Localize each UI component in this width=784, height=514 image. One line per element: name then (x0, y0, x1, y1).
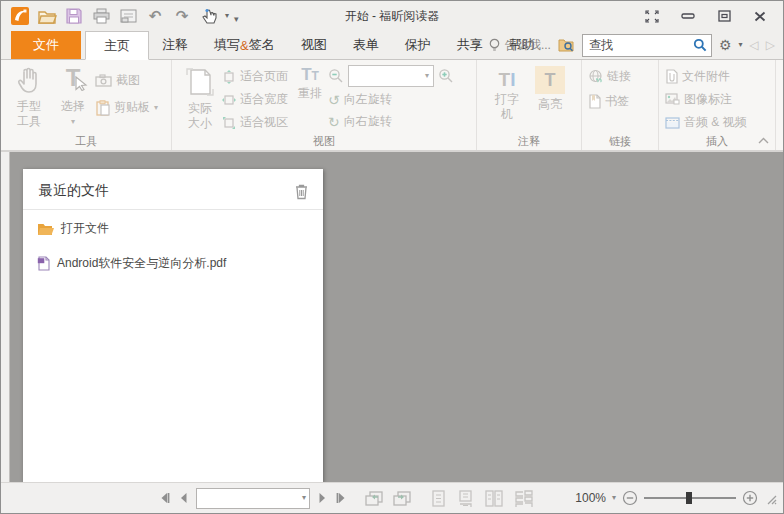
foxit-reader-window: ↶ ↷ ▾ –▾ 开始 - 福昕阅读器 文件 主页 (0, 0, 784, 514)
zoom-combobox-caret[interactable]: ▾ (425, 72, 429, 80)
reflow-icon: TT (301, 66, 319, 83)
fit-width-label: 适合宽度 (240, 91, 288, 108)
rotate-right-button[interactable]: ↻ 向右旋转 (328, 111, 454, 132)
search-icon[interactable] (693, 38, 707, 52)
minimize-button[interactable] (675, 5, 701, 27)
zoom-out-status-button[interactable] (622, 490, 638, 506)
typewriter-button[interactable]: TI 打字机 (490, 64, 524, 122)
zoom-slider[interactable] (644, 491, 736, 505)
previous-page-button[interactable] (179, 492, 188, 504)
undo-icon[interactable]: ↶ (144, 6, 166, 26)
single-page-layout-button[interactable] (431, 490, 446, 507)
next-page-button[interactable] (318, 492, 327, 504)
select-tool-label: 选择 (61, 99, 85, 114)
tab-home[interactable]: 主页 (85, 31, 149, 60)
previous-view-button[interactable] (365, 491, 383, 506)
history-forward-icon[interactable]: ▷ (766, 38, 775, 52)
tab-fill-sign[interactable]: 填写&签名 (201, 31, 288, 59)
next-view-button[interactable] (393, 491, 411, 506)
attachment-icon (665, 69, 678, 84)
select-tool-button[interactable]: T 选择 ▾ (51, 64, 95, 126)
maximize-button[interactable] (711, 5, 737, 27)
tell-me-button[interactable]: 告诉我... (488, 37, 551, 54)
redo-icon[interactable]: ↷ (171, 6, 193, 26)
open-file-icon[interactable] (36, 6, 58, 26)
zoom-in-icon[interactable] (438, 68, 454, 84)
search-folder-icon[interactable] (558, 38, 575, 52)
select-dropdown-caret[interactable]: ▾ (71, 117, 75, 126)
email-icon[interactable] (117, 6, 139, 26)
page-number-combobox[interactable]: ▾ (196, 488, 310, 509)
clear-recent-trash-icon[interactable] (294, 183, 309, 200)
audio-video-button[interactable]: 音频 & 视频 (665, 112, 747, 133)
clipboard-dropdown-caret[interactable]: ▾ (154, 103, 158, 112)
hand-tool-quick-icon[interactable] (198, 6, 220, 26)
tab-protect[interactable]: 保护 (392, 31, 444, 59)
actual-size-button[interactable]: 实际大小 (178, 64, 222, 131)
rotate-left-button[interactable]: ↺ 向左旋转 (328, 89, 454, 110)
gear-icon[interactable]: ⚙ (719, 38, 732, 52)
recent-file-item[interactable]: Android软件安全与逆向分析.pdf (23, 243, 323, 278)
zoom-level-caret[interactable]: ▾ (612, 494, 616, 502)
collapse-ribbon-button[interactable] (758, 137, 769, 144)
bookmark-label: 书签 (605, 93, 629, 110)
fit-page-button[interactable]: 适合页面 (222, 66, 288, 87)
link-button[interactable]: 链接 (588, 66, 631, 87)
rotate-right-label: 向右旋转 (344, 113, 392, 130)
bookmark-button[interactable]: 书签 (588, 91, 631, 112)
fit-visible-label: 适合视区 (240, 114, 288, 131)
zoom-out-icon[interactable] (328, 68, 344, 84)
fit-width-button[interactable]: 适合宽度 (222, 89, 288, 110)
zoom-in-status-button[interactable] (742, 490, 758, 506)
tab-form[interactable]: 表单 (340, 31, 392, 59)
hand-tool-dropdown-caret[interactable]: ▾ (225, 12, 229, 20)
history-back-icon[interactable]: ◁ (750, 38, 759, 52)
zoom-slider-thumb[interactable] (686, 492, 692, 504)
ribbon-zoom-combobox[interactable]: ▾ (348, 65, 434, 87)
open-file-label: 打开文件 (61, 220, 109, 237)
last-page-button[interactable] (335, 492, 347, 504)
file-attachment-label: 文件附件 (682, 68, 730, 85)
status-bar: ▾ (1, 482, 783, 513)
facing-continuous-layout-button[interactable] (515, 490, 533, 507)
clipboard-button[interactable]: 剪贴板 ▾ (95, 97, 158, 118)
tab-file[interactable]: 文件 (11, 31, 81, 59)
clipboard-label: 剪贴板 (114, 99, 150, 116)
tab-comment[interactable]: 注释 (149, 31, 201, 59)
save-icon[interactable] (63, 6, 85, 26)
snapshot-button[interactable]: 截图 (95, 70, 158, 91)
actual-size-label: 实际大小 (188, 101, 212, 131)
view-group-label: 视图 (172, 134, 476, 149)
image-annotation-button[interactable]: 图像标注 (665, 89, 747, 110)
close-button[interactable] (747, 5, 773, 27)
open-file-item[interactable]: 打开文件 (23, 210, 323, 243)
first-page-button[interactable] (159, 492, 171, 504)
fit-page-icon (222, 70, 236, 84)
page-number-input[interactable] (197, 491, 302, 505)
find-search-input[interactable] (587, 37, 693, 53)
navigation-panel-strip[interactable] (1, 152, 10, 482)
customize-toolbar-caret[interactable]: –▾ (234, 12, 238, 21)
reflow-button[interactable]: TT 重排 (292, 64, 328, 101)
highlight-button[interactable]: T 高亮 (532, 64, 568, 112)
resize-grip[interactable] (764, 492, 777, 505)
page-combobox-caret[interactable]: ▾ (302, 494, 306, 502)
zoom-level-value[interactable]: 100% (575, 491, 606, 505)
continuous-layout-button[interactable] (458, 490, 473, 507)
ribbon-group-link: 链接 书签 链接 (582, 60, 659, 150)
fit-visible-button[interactable]: 适合视区 (222, 112, 288, 133)
image-annotation-icon (665, 93, 680, 106)
tell-me-label: 告诉我... (505, 37, 551, 54)
find-search-box[interactable] (582, 34, 712, 57)
file-attachment-button[interactable]: 文件附件 (665, 66, 747, 87)
comment-group-label: 注释 (477, 134, 581, 149)
hand-tool-button[interactable]: 手型工具 (7, 64, 51, 129)
gear-dropdown-caret[interactable]: ▾ (739, 41, 743, 49)
tab-view[interactable]: 视图 (288, 31, 340, 59)
reflow-label: 重排 (298, 86, 322, 101)
hand-icon (14, 66, 44, 96)
facing-layout-button[interactable] (485, 490, 503, 507)
fullscreen-button[interactable] (639, 5, 665, 27)
print-icon[interactable] (90, 6, 112, 26)
ribbon-group-comment: TI 打字机 T 高亮 注释 (477, 60, 582, 150)
